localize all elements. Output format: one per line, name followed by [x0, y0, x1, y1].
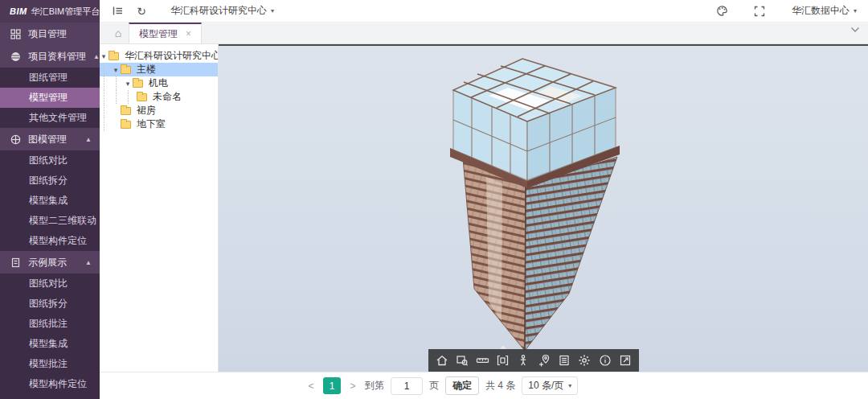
app-logo: BIM 华汇BIM管理平台	[0, 0, 100, 23]
map-pin-icon	[538, 354, 551, 367]
app-window: BIM 华汇BIM管理平台 项目管理 项目资料管理 ▲ 图纸管理 模型管理 其他…	[0, 0, 868, 399]
submenu-examples: 图纸对比 图纸拆分 图纸批注 模型集成 模型批注 模型构件定位 二三维联动	[0, 274, 100, 399]
jump-page-input[interactable]	[391, 377, 423, 395]
current-page-button[interactable]: 1	[323, 377, 341, 394]
sidebar-item-demo-model-integration[interactable]: 模型集成	[0, 334, 100, 354]
project-selector[interactable]: 华汇科研设计研究中心 ▾	[170, 4, 274, 18]
zoom-window-icon	[456, 354, 469, 367]
tree-node-mep[interactable]: ▾ 机电	[100, 76, 218, 90]
walkthrough-button[interactable]	[514, 352, 532, 369]
projects-grid-icon	[10, 29, 21, 39]
page-size-select[interactable]: 10 条/页 ▾	[522, 376, 578, 395]
prev-page-button[interactable]: <	[305, 380, 317, 392]
home-view-button[interactable]	[433, 352, 451, 369]
expander-icon[interactable]: ▾	[100, 52, 108, 60]
expander-icon[interactable]: ▾	[112, 66, 120, 74]
tree-node-main-building[interactable]: ▾ 主楼	[100, 63, 218, 76]
info-button[interactable]	[596, 352, 614, 369]
chevron-down-icon: ▾	[568, 382, 571, 389]
example-doc-icon	[10, 257, 21, 268]
close-icon[interactable]: ×	[186, 28, 191, 39]
gear-icon	[578, 354, 591, 367]
chevron-down-icon: ▾	[854, 7, 857, 14]
tree-node-basement[interactable]: 地下室	[100, 117, 218, 131]
jump-prefix-label: 到第	[365, 379, 384, 393]
tab-model-management[interactable]: 模型管理 ×	[129, 23, 202, 43]
expand-icon	[619, 354, 632, 367]
tab-overflow-chevron[interactable]	[850, 27, 860, 33]
ruler-icon	[476, 354, 489, 367]
zoom-window-button[interactable]	[453, 352, 471, 369]
content-row: ▾ 华汇科研设计研究中心 ▾ 主楼 ▾ 机电	[100, 44, 868, 372]
pagination-bar: < 1 > 到第 页 确定 共 4 条 10 条/页 ▾	[100, 372, 868, 399]
chevron-up-icon: ▲	[85, 136, 92, 143]
app-title: 华汇BIM管理平台	[31, 6, 100, 18]
sidebar-item-drawing-compare[interactable]: 图纸对比	[0, 150, 100, 171]
next-page-button[interactable]: >	[347, 380, 358, 392]
model-viewer[interactable]	[219, 44, 868, 372]
folder-icon	[121, 121, 131, 129]
section-box-icon	[496, 354, 510, 367]
sidebar-item-demo-component-locate[interactable]: 模型构件定位	[0, 374, 100, 394]
submenu-project-data: 图纸管理 模型管理 其他文件管理	[0, 68, 100, 128]
sidebar-item-demo-2d3d-link[interactable]: 二三维联动	[0, 394, 100, 399]
folder-icon	[137, 93, 147, 101]
confirm-button[interactable]: 确定	[445, 376, 479, 395]
building-model	[219, 46, 868, 352]
sidebar-group-drawing-model[interactable]: 图模管理 ▲	[0, 128, 100, 150]
sidebar-item-demo-drawing-annotate[interactable]: 图纸批注	[0, 314, 100, 334]
component-locate-button[interactable]	[535, 352, 553, 369]
sidebar-item-demo-model-annotate[interactable]: 模型批注	[0, 354, 100, 374]
tree-node-unnamed[interactable]: 未命名	[100, 90, 218, 104]
topbar: ↻ 华汇科研设计研究中心 ▾ 华汇数据中心 ▾	[100, 0, 868, 23]
info-icon	[599, 354, 612, 367]
sidebar-item-project-management[interactable]: 项目管理	[0, 23, 100, 45]
sidebar-item-drawing-management[interactable]: 图纸管理	[0, 68, 100, 88]
main-area: ↻ 华汇科研设计研究中心 ▾ 华汇数据中心 ▾ ⌂	[100, 0, 868, 399]
list-panel-button[interactable]	[555, 352, 573, 369]
expander-icon[interactable]: ▾	[124, 80, 132, 88]
sidebar-item-demo-drawing-split[interactable]: 图纸拆分	[0, 294, 100, 314]
list-icon	[558, 354, 571, 367]
home-icon	[436, 354, 448, 367]
home-tab-button[interactable]: ⌂	[108, 23, 129, 43]
folder-icon	[108, 52, 119, 60]
chevron-up-icon: ▲	[93, 53, 100, 60]
tree-node-root[interactable]: ▾ 华汇科研设计研究中心	[100, 49, 218, 63]
collapse-sidebar-button[interactable]	[111, 5, 124, 18]
jump-suffix-label: 页	[429, 379, 439, 393]
refresh-button[interactable]: ↻	[135, 5, 148, 18]
folder-icon	[121, 66, 131, 74]
sidebar-item-model-2d3d-link[interactable]: 模型二三维联动	[0, 211, 100, 231]
tree-node-podium[interactable]: 裙房	[100, 104, 218, 117]
fullscreen-button[interactable]	[753, 5, 766, 18]
sidebar-group-examples[interactable]: 示例展示 ▲	[0, 251, 100, 274]
model-tree-panel: ▾ 华汇科研设计研究中心 ▾ 主楼 ▾ 机电	[100, 44, 219, 372]
model-circle-icon	[10, 134, 21, 145]
settings-button[interactable]	[575, 352, 593, 369]
viewer-toolbar	[428, 349, 639, 372]
sidebar-item-demo-drawing-compare[interactable]: 图纸对比	[0, 274, 100, 294]
chevron-up-icon: ▲	[85, 259, 92, 266]
sidebar-item-model-integration[interactable]: 模型集成	[0, 191, 100, 211]
sidebar: BIM 华汇BIM管理平台 项目管理 项目资料管理 ▲ 图纸管理 模型管理 其他…	[0, 0, 100, 399]
sidebar-group-project-data[interactable]: 项目资料管理 ▲	[0, 45, 100, 68]
chevron-down-icon: ▾	[271, 7, 274, 14]
person-icon	[517, 354, 530, 367]
folder-icon	[133, 80, 143, 88]
theme-palette-button[interactable]	[716, 5, 729, 18]
bim-logo: BIM	[10, 6, 27, 16]
datacenter-selector[interactable]: 华汇数据中心 ▾	[792, 4, 857, 18]
folder-icon	[121, 107, 131, 115]
tabbar: ⌂ 模型管理 ×	[100, 23, 868, 44]
viewer-fullscreen-button[interactable]	[616, 352, 634, 369]
section-box-button[interactable]	[494, 352, 512, 369]
sidebar-item-drawing-split[interactable]: 图纸拆分	[0, 171, 100, 191]
sidebar-item-component-locate[interactable]: 模型构件定位	[0, 231, 100, 251]
data-disc-icon	[10, 51, 21, 62]
submenu-drawing-model: 图纸对比 图纸拆分 模型集成 模型二三维联动 模型构件定位	[0, 150, 100, 251]
total-count-label: 共 4 条	[485, 379, 515, 393]
sidebar-item-model-management[interactable]: 模型管理	[0, 88, 100, 108]
sidebar-item-other-files[interactable]: 其他文件管理	[0, 108, 100, 128]
measure-button[interactable]	[473, 352, 491, 369]
